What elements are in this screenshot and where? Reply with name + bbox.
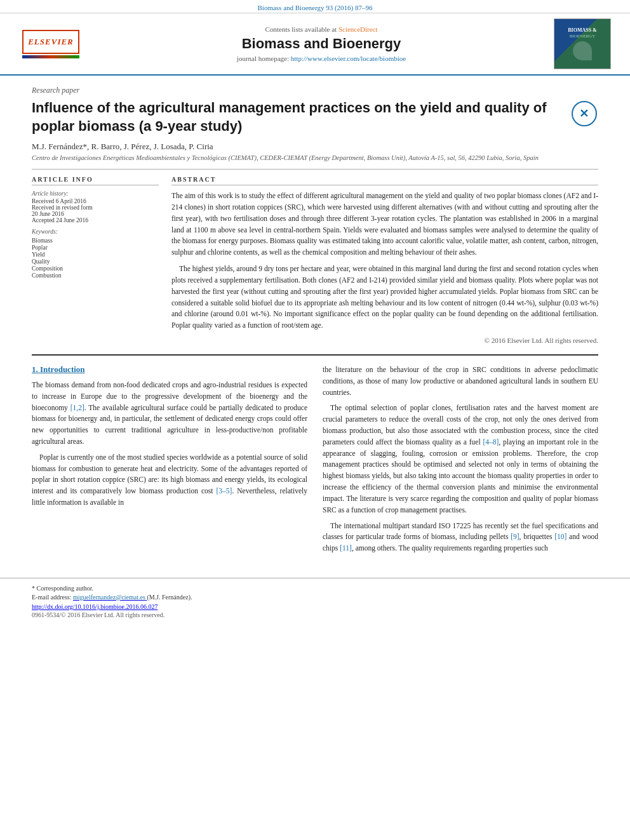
sciencedirect-line: Contents lists available at ScienceDirec…	[89, 25, 554, 33]
journal-cover-area: BIOMASS & BIOENERGY	[554, 18, 617, 69]
revised-label: Received in revised form	[32, 204, 159, 211]
article-info-heading: ARTICLE INFO	[32, 176, 159, 185]
copyright-line: © 2016 Elsevier Ltd. All rights reserved…	[171, 337, 598, 344]
intro-paragraph-2: Poplar is currently one of the most stud…	[32, 452, 307, 509]
article-history-section: Article history: Received 6 April 2016 R…	[32, 190, 159, 223]
cover-title: BIOMASS &	[568, 27, 597, 34]
abstract-heading: ABSTRACT	[171, 176, 598, 185]
abstract-panel: ABSTRACT The aim of this work is to stud…	[171, 176, 598, 344]
ref-link-2[interactable]: [3–5]	[216, 487, 232, 495]
corresponding-author-note: * Corresponding author.	[32, 585, 598, 592]
intro-paragraph-5: The international multipart standard ISO…	[323, 521, 598, 554]
email-address: miguelfernandez@ciemat.es	[73, 594, 145, 601]
homepage-url[interactable]: http://www.elsevier.com/locate/biombioe	[291, 55, 406, 62]
received-date: Received 6 April 2016	[32, 198, 159, 204]
abstract-text: The aim of this work is to study the eff…	[171, 190, 598, 331]
email-line: E-mail address: miguelfernandez@ciemat.e…	[32, 594, 598, 601]
elsevier-logo: ELSEVIER	[13, 30, 89, 58]
body-two-column: 1. Introduction The biomass demand from …	[32, 364, 598, 559]
body-text-right: the literature on the behaviour of the c…	[323, 364, 598, 554]
body-left-column: 1. Introduction The biomass demand from …	[32, 364, 307, 559]
journal-reference-bar: Biomass and Bioenergy 93 (2016) 87–96	[0, 0, 630, 13]
body-right-column: the literature on the behaviour of the c…	[323, 364, 598, 559]
intro-paragraph-3: the literature on the behaviour of the c…	[323, 364, 598, 398]
ref-link-3[interactable]: [4–8]	[483, 438, 499, 446]
keywords-title: Keywords:	[32, 229, 159, 235]
ref-link-4[interactable]: [9]	[511, 533, 519, 540]
doi-link[interactable]: http://dx.doi.org/10.1016/j.biombioe.201…	[32, 603, 158, 610]
sciencedirect-label: Contents lists available at	[265, 25, 337, 33]
doi-line[interactable]: http://dx.doi.org/10.1016/j.biombioe.201…	[32, 603, 598, 610]
paper-title: Influence of the agricultural management…	[32, 99, 563, 135]
journal-title: Biomass and Bioenergy	[89, 36, 554, 52]
intro-paragraph-4: The optimal selection of poplar clones, …	[323, 403, 598, 516]
crossmark-area[interactable]: ✕	[570, 99, 598, 128]
journal-cover-image: BIOMASS & BIOENERGY	[554, 18, 611, 69]
elsevier-box: ELSEVIER	[22, 30, 79, 54]
article-info-panel: ARTICLE INFO Article history: Received 6…	[32, 176, 159, 344]
intro-paragraph-1: The biomass demand from non-food dedicat…	[32, 380, 307, 448]
body-text-left: The biomass demand from non-food dedicat…	[32, 380, 307, 509]
ref-link-5[interactable]: [10]	[554, 533, 566, 540]
keyword-4: Quality	[32, 258, 159, 265]
elsevier-color-strip	[22, 55, 79, 58]
article-info-abstract-row: ARTICLE INFO Article history: Received 6…	[32, 176, 598, 344]
paper-type-label: Research paper	[32, 86, 598, 95]
cover-leaf-decoration	[573, 41, 592, 60]
authors-line: M.J. Fernández*, R. Barro, J. Pérez, J. …	[32, 142, 598, 152]
affiliation-line: Centro de Investigaciones Energéticas Me…	[32, 154, 598, 161]
section1-title: 1. Introduction	[32, 364, 307, 375]
accepted-date: Accepted 24 June 2016	[32, 217, 159, 223]
revised-date: 20 June 2016	[32, 211, 159, 217]
email-label: E-mail address:	[32, 594, 71, 601]
paper-container: Research paper Influence of the agricult…	[0, 76, 630, 571]
journal-header-center: Contents lists available at ScienceDirec…	[89, 25, 554, 62]
journal-header: ELSEVIER Contents lists available at Sci…	[0, 13, 630, 76]
elsevier-text: ELSEVIER	[28, 37, 74, 47]
cover-subtitle: BIOENERGY	[570, 34, 595, 39]
journal-homepage-line: journal homepage: http://www.elsevier.co…	[89, 55, 554, 62]
abstract-paragraph-2: The highest yields, around 9 dry tons pe…	[171, 263, 598, 331]
article-divider-top	[32, 169, 598, 170]
homepage-label: journal homepage:	[237, 55, 289, 62]
paper-title-row: Influence of the agricultural management…	[32, 99, 598, 135]
ref-link-1[interactable]: [1,2]	[70, 404, 84, 411]
sciencedirect-link[interactable]: ScienceDirect	[338, 25, 378, 33]
keyword-5: Composition	[32, 265, 159, 272]
email-suffix: (M.J. Fernández).	[147, 594, 192, 601]
keyword-3: Yield	[32, 251, 159, 258]
keyword-2: Poplar	[32, 244, 159, 251]
abstract-paragraph-1: The aim of this work is to study the eff…	[171, 190, 598, 258]
journal-ref-text: Biomass and Bioenergy 93 (2016) 87–96	[258, 4, 373, 11]
keywords-section: Keywords: Biomass Poplar Yield Quality C…	[32, 229, 159, 279]
crossmark-icon: ✕	[572, 101, 597, 126]
footer-area: * Corresponding author. E-mail address: …	[0, 578, 630, 625]
corresponding-star: * Corresponding author.	[32, 585, 93, 592]
keyword-6: Combustion	[32, 272, 159, 279]
ref-link-6[interactable]: [11]	[340, 544, 352, 552]
elsevier-logo-area: ELSEVIER	[13, 30, 89, 58]
issn-line: 0961-9534/© 2016 Elsevier Ltd. All right…	[32, 611, 598, 618]
email-link[interactable]: miguelfernandez@ciemat.es	[73, 594, 147, 601]
main-body-divider	[32, 354, 598, 356]
keyword-1: Biomass	[32, 237, 159, 244]
history-label: Article history:	[32, 190, 159, 197]
